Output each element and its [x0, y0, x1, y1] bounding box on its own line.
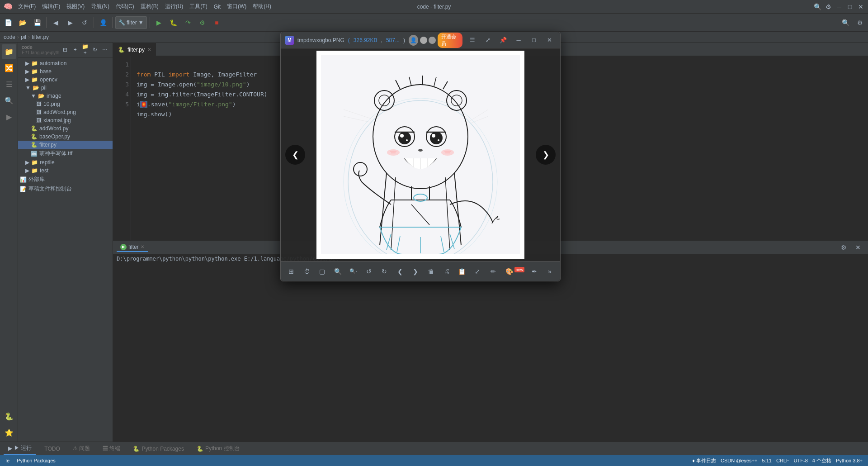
- menu-navigate[interactable]: 导航(N): [88, 2, 112, 11]
- status-event-log[interactable]: ♦ 事件日志: [690, 457, 718, 464]
- menu-file[interactable]: 文件(F): [15, 2, 38, 11]
- search-btn[interactable]: 🔍: [814, 3, 821, 10]
- menu-edit[interactable]: 编辑(E): [39, 2, 63, 11]
- tree-item-opencv[interactable]: ▶ 📁 opencv: [18, 76, 113, 84]
- back-btn[interactable]: ◀: [49, 16, 62, 29]
- menu-git[interactable]: Git: [211, 3, 223, 11]
- breadcrumb-pil[interactable]: pil: [21, 34, 26, 40]
- viewer-next-img-btn[interactable]: ❯: [410, 265, 421, 278]
- viewer-copy-btn[interactable]: 📋: [456, 265, 468, 278]
- sync-btn[interactable]: ↻: [91, 45, 99, 55]
- viewer-redo-btn[interactable]: ↻: [378, 265, 390, 278]
- tree-item-filter-py[interactable]: 🐍 filter.py: [18, 141, 113, 149]
- tree-item-baseoper-py[interactable]: 🐍 baseOper.py: [18, 133, 113, 141]
- activity-star[interactable]: ⭐: [2, 425, 16, 440]
- viewer-frame-btn[interactable]: ▢: [316, 265, 328, 278]
- viewer-edit-btn[interactable]: ✏: [487, 265, 499, 278]
- activity-python[interactable]: 🐍: [2, 409, 16, 423]
- tab-close-btn[interactable]: ✕: [147, 47, 151, 52]
- viewer-prev-img-btn[interactable]: ❮: [394, 265, 406, 278]
- viewer-pen-btn[interactable]: ✒: [528, 265, 540, 278]
- viewer-menu-btn[interactable]: ☰: [466, 35, 479, 46]
- tree-item-xiaomai[interactable]: 🖼 xiaomai.jpg: [18, 116, 113, 124]
- forward-btn[interactable]: ▶: [64, 16, 76, 29]
- menu-window[interactable]: 窗口(W): [224, 2, 249, 11]
- breadcrumb-code[interactable]: code: [4, 34, 15, 40]
- menu-refactor[interactable]: 重构(B): [138, 2, 161, 11]
- run-tab-filter[interactable]: ▶ filter ✕: [117, 243, 148, 252]
- tab-todo[interactable]: TODO: [40, 442, 64, 455]
- status-spaces[interactable]: 4 个空格: [811, 457, 833, 464]
- tab-problems[interactable]: ⚠ 问题: [68, 442, 94, 455]
- viewer-zoom-out-btn[interactable]: 🔍-: [347, 265, 359, 278]
- menu-view[interactable]: 视图(V): [64, 2, 87, 11]
- tree-item-scratch[interactable]: 📝 草稿文件和控制台: [18, 184, 113, 194]
- tree-item-external[interactable]: 📊 外部库: [18, 175, 113, 184]
- tree-item-addword-py[interactable]: 🐍 addWord.py: [18, 124, 113, 133]
- settings-gear-btn[interactable]: ⚙: [854, 16, 866, 29]
- save-btn[interactable]: 💾: [31, 16, 43, 29]
- vip-open-btn[interactable]: 开通会员: [438, 33, 462, 48]
- viewer-close-btn[interactable]: ✕: [543, 35, 556, 46]
- filter-dropdown[interactable]: 🔧 filter ▼: [115, 16, 147, 29]
- tree-item-image[interactable]: ▼ 📂 image: [18, 92, 113, 100]
- activity-search[interactable]: 🔍: [2, 93, 16, 108]
- status-python[interactable]: Python 3.8+: [834, 458, 864, 463]
- status-python-packages[interactable]: Python Packages: [15, 458, 57, 463]
- menu-help[interactable]: 帮助(H): [250, 2, 274, 11]
- viewer-minimize-btn[interactable]: ─: [512, 35, 525, 46]
- debug-btn[interactable]: 🐛: [167, 16, 180, 29]
- more-btn[interactable]: ⋯: [101, 45, 109, 55]
- minimize-btn[interactable]: ─: [835, 3, 843, 10]
- activity-run2[interactable]: ▶: [2, 109, 16, 124]
- viewer-grid-btn[interactable]: ⊞: [285, 265, 297, 278]
- collapse-all-btn[interactable]: ⊟: [61, 45, 69, 55]
- step-btn[interactable]: ↷: [182, 16, 194, 29]
- config-btn[interactable]: ⚙: [196, 16, 209, 29]
- stop-btn[interactable]: ■: [211, 16, 223, 29]
- new-file-btn[interactable]: 📄: [2, 16, 14, 29]
- viewer-print-btn[interactable]: 🖨: [440, 265, 452, 278]
- maximize-btn[interactable]: □: [846, 3, 854, 10]
- activity-structure[interactable]: ☰: [2, 77, 16, 91]
- viewer-next-btn[interactable]: ❯: [536, 145, 556, 165]
- viewer-expand2-btn[interactable]: ⤢: [472, 265, 483, 278]
- tab-python-packages[interactable]: 🐍 Python Packages: [128, 442, 188, 455]
- menu-code[interactable]: 代码(C): [113, 2, 137, 11]
- run-settings-btn[interactable]: ⚙: [837, 241, 850, 254]
- tree-item-10png[interactable]: 🖼 10.png: [18, 100, 113, 108]
- viewer-more-btn[interactable]: »: [544, 265, 556, 278]
- status-line-col[interactable]: 5:11: [760, 458, 773, 463]
- activity-project[interactable]: 📁: [2, 44, 16, 59]
- viewer-undo-btn[interactable]: ↺: [363, 265, 375, 278]
- viewer-restore-btn[interactable]: □: [528, 35, 540, 46]
- refresh-btn[interactable]: ↺: [78, 16, 91, 29]
- viewer-delete-btn[interactable]: 🗑: [425, 265, 437, 278]
- close-btn[interactable]: ✕: [857, 3, 864, 10]
- user-btn[interactable]: 👤: [97, 16, 109, 29]
- tab-run[interactable]: ▶ ▶ 运行: [4, 442, 36, 455]
- activity-commit[interactable]: 🔀: [2, 61, 16, 75]
- menu-run[interactable]: 运行(U): [162, 2, 186, 11]
- status-ie[interactable]: Ie: [4, 458, 11, 463]
- search-everywhere-btn[interactable]: 🔍: [839, 16, 852, 29]
- run-tab-close[interactable]: ✕: [141, 244, 144, 249]
- viewer-fullscreen-btn[interactable]: ⤢: [481, 35, 494, 46]
- tree-item-pil[interactable]: ▼ 📂 pil: [18, 84, 113, 92]
- menu-tools[interactable]: 工具(T): [187, 2, 210, 11]
- tree-item-addword-png[interactable]: 🖼 addWord.png: [18, 108, 113, 116]
- tab-python-console[interactable]: 🐍 Python 控制台: [192, 442, 245, 455]
- tree-item-test[interactable]: ▶ 📁 test: [18, 166, 113, 175]
- open-btn[interactable]: 📂: [16, 16, 29, 29]
- viewer-avatar[interactable]: 👤: [409, 35, 418, 46]
- viewer-prev-btn[interactable]: ❮: [285, 145, 305, 165]
- tree-item-automation[interactable]: ▶ 📁 automation: [18, 59, 113, 67]
- tab-terminal[interactable]: ☰ 终端: [98, 442, 125, 455]
- run-btn[interactable]: ▶: [153, 16, 165, 29]
- settings-btn[interactable]: ⚙: [825, 3, 832, 10]
- status-csdn[interactable]: CSDN @eyes++: [719, 458, 759, 463]
- tree-item-ttf[interactable]: 🔤 萌神手写体.ttf: [18, 149, 113, 158]
- tree-item-base[interactable]: ▶ 📁 base: [18, 67, 113, 76]
- new-file-btn2[interactable]: +: [71, 45, 79, 55]
- tab-filter-py[interactable]: 🐍 filter.py ✕: [113, 43, 156, 56]
